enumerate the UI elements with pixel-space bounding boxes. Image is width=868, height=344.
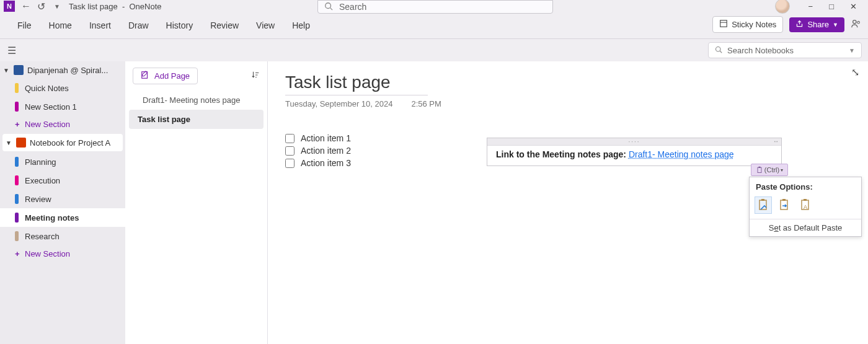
section-execution[interactable]: Execution — [0, 171, 125, 190]
note-body[interactable]: Link to the Meeting notes page: Draft1- … — [487, 146, 781, 165]
svg-rect-10 — [760, 200, 766, 209]
note-container-handle[interactable]: ···· ↔ — [487, 138, 781, 146]
meeting-notes-link[interactable]: Draft1- Meeting notes page — [629, 149, 734, 159]
set-default-paste[interactable]: Set as Default Paste — [750, 219, 861, 236]
task-text[interactable]: Action item 2 — [301, 146, 351, 156]
ribbon-tab-view[interactable]: View — [247, 17, 283, 34]
page-time: 2:56 PM — [411, 99, 441, 108]
undo-icon[interactable]: ↺ — [37, 1, 45, 12]
back-icon[interactable]: ← — [21, 1, 31, 12]
svg-rect-15 — [804, 199, 807, 201]
sticky-notes-button[interactable]: Sticky Notes — [712, 16, 783, 33]
notebook-search[interactable]: Search Notebooks ▼ — [708, 42, 862, 58]
resize-handle-icon[interactable]: ↔ — [773, 138, 780, 144]
chevron-down-icon: ▼ — [833, 22, 838, 28]
notebook-header-1[interactable]: ▼ Dipanjenah @ Spiral... — [0, 61, 125, 79]
svg-rect-9 — [758, 167, 760, 168]
section-label: Research — [25, 232, 60, 241]
svg-point-5 — [716, 46, 721, 51]
expand-icon[interactable]: ⤡ — [851, 66, 859, 78]
page-date: Tuesday, September 10, 2024 — [285, 99, 392, 108]
section-quick-notes[interactable]: Quick Notes — [0, 79, 125, 97]
section-color-tab — [15, 231, 19, 241]
ribbon: File Home Insert Draw History Review Vie… — [0, 12, 868, 39]
quick-access-nav: ← ↺ — [21, 1, 45, 12]
share-icon — [795, 20, 804, 30]
svg-line-1 — [330, 7, 333, 10]
set-default-post: t as Default Paste — [779, 223, 843, 232]
ribbon-tab-draw[interactable]: Draw — [120, 17, 157, 34]
section-research[interactable]: Research — [0, 227, 125, 245]
chevron-down-icon[interactable]: ▼ — [849, 47, 855, 54]
search-icon — [715, 46, 722, 55]
paste-keep-source-formatting[interactable] — [755, 196, 772, 214]
paste-options-header: Paste Options: — [750, 177, 861, 195]
paste-merge-formatting[interactable] — [776, 196, 793, 214]
ribbon-tab-history[interactable]: History — [157, 17, 202, 34]
task-checkbox[interactable] — [285, 134, 294, 143]
section-new-section-1[interactable]: New Section 1 — [0, 97, 125, 116]
notebook-name: Dipanjenah @ Spiral... — [27, 66, 108, 75]
section-planning[interactable]: Planning — [0, 152, 125, 171]
ribbon-tab-file[interactable]: File — [9, 17, 40, 34]
people-icon[interactable] — [851, 18, 862, 32]
notebook-icon — [14, 65, 24, 75]
paste-ctrl-label: (Ctrl) — [764, 166, 779, 174]
svg-rect-2 — [720, 20, 727, 27]
svg-point-0 — [326, 2, 331, 8]
maximize-icon[interactable]: □ — [829, 2, 834, 11]
add-page-button[interactable]: Add Page — [133, 68, 198, 84]
link-note-label: Link to the Meeting notes page: — [496, 149, 629, 159]
add-section-button[interactable]: + New Section — [0, 245, 125, 262]
plus-icon: + — [15, 249, 19, 258]
page-title[interactable]: Task list page — [285, 73, 428, 95]
section-label: New Section 1 — [25, 102, 77, 112]
chevron-down-icon: ▼ — [2, 67, 10, 74]
section-meeting-notes[interactable]: Meeting notes — [0, 208, 125, 227]
pages-panel: Add Page Draft1- Meeting notes page Task… — [125, 61, 268, 344]
task-checkbox[interactable] — [285, 159, 294, 168]
qat-dropdown-icon[interactable]: ▼ — [54, 3, 60, 10]
ribbon-tab-home[interactable]: Home — [40, 17, 81, 34]
set-default-accel: e — [774, 223, 778, 232]
task-text[interactable]: Action item 1 — [301, 133, 351, 143]
task-checkbox[interactable] — [285, 146, 294, 156]
page-item-draft1[interactable]: Draft1- Meeting notes page — [125, 90, 267, 110]
add-section-label: New Section — [25, 249, 70, 258]
notebook-name: Notebook for Project A — [30, 138, 110, 148]
add-section-button[interactable]: + New Section — [0, 116, 125, 133]
section-label: Review — [25, 195, 51, 204]
ribbon-tab-help[interactable]: Help — [283, 17, 319, 34]
sticky-note-icon — [719, 19, 728, 30]
svg-text:A: A — [804, 204, 807, 210]
section-color-tab — [15, 175, 19, 185]
sort-icon[interactable] — [251, 71, 260, 81]
notebook-search-placeholder: Search Notebooks — [727, 46, 794, 55]
caret-down-icon: ▾ — [781, 167, 783, 173]
svg-rect-8 — [758, 167, 761, 172]
minimize-icon[interactable]: − — [808, 2, 813, 11]
notebook-icon — [16, 138, 26, 148]
share-button[interactable]: Share ▼ — [789, 17, 844, 32]
ribbon-tab-review[interactable]: Review — [202, 17, 247, 34]
paste-options-flyout: Paste Options: A Set as Default Paste — [749, 177, 862, 237]
clipboard-icon — [756, 166, 763, 174]
user-avatar[interactable] — [775, 0, 790, 14]
share-label: Share — [807, 20, 829, 29]
close-icon[interactable]: ✕ — [850, 2, 857, 11]
paste-text-only[interactable]: A — [797, 196, 814, 214]
page-item-task-list[interactable]: Task list page — [129, 110, 264, 129]
add-section-label: New Section — [25, 120, 70, 129]
notebook-header-2[interactable]: ▼ Notebook for Project A — [2, 134, 123, 151]
hamburger-icon[interactable]: ☰ — [7, 45, 16, 56]
paste-ctrl-chip[interactable]: (Ctrl) ▾ — [751, 164, 788, 176]
compose-icon — [141, 71, 149, 81]
ribbon-tab-insert[interactable]: Insert — [81, 17, 120, 34]
note-container[interactable]: ···· ↔ Link to the Meeting notes page: D… — [487, 138, 782, 166]
task-text[interactable]: Action item 3 — [301, 158, 351, 168]
section-color-tab — [15, 213, 19, 223]
section-color-tab — [15, 194, 19, 204]
titlebar-search[interactable]: Search — [317, 0, 553, 14]
toolbar-secondary: ☰ Search Notebooks ▼ — [0, 39, 868, 61]
section-review[interactable]: Review — [0, 190, 125, 208]
